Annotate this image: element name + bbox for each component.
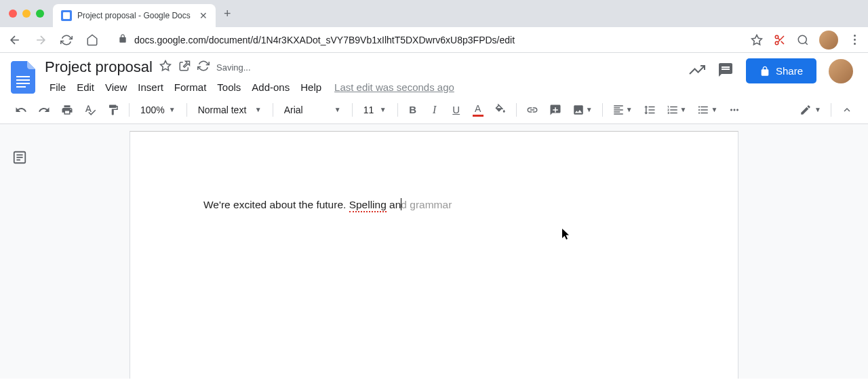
- chevron-down-icon: ▼: [814, 106, 821, 113]
- menu-bar: File Edit View Insert Format Tools Add-o…: [45, 79, 689, 96]
- spellcheck-button[interactable]: [80, 100, 100, 120]
- menu-edit[interactable]: Edit: [72, 79, 99, 96]
- svg-point-2: [798, 35, 806, 43]
- chevron-down-icon: ▼: [169, 106, 176, 113]
- editing-mode-button[interactable]: ▼: [795, 100, 825, 120]
- account-avatar[interactable]: [829, 59, 853, 83]
- svg-rect-6: [16, 86, 26, 88]
- url-field[interactable]: docs.google.com/document/d/1N4r3KXADot_s…: [110, 34, 741, 46]
- menu-insert[interactable]: Insert: [133, 79, 168, 96]
- insert-link-button[interactable]: [522, 100, 542, 120]
- share-button[interactable]: Share: [746, 58, 816, 83]
- menu-tools[interactable]: Tools: [212, 79, 245, 96]
- chevron-down-icon: ▼: [586, 106, 593, 113]
- underline-button[interactable]: U: [447, 100, 466, 119]
- new-tab-button[interactable]: +: [224, 7, 231, 21]
- italic-button[interactable]: I: [425, 100, 444, 120]
- svg-rect-4: [16, 79, 30, 81]
- document-body-text[interactable]: We're excited about the future. Spelling…: [203, 197, 665, 212]
- star-button[interactable]: [159, 60, 172, 75]
- outline-toggle-button[interactable]: [12, 150, 27, 168]
- formatting-toolbar: 100% ▼ Normal text ▼ Arial ▼ 11 ▼ B I U …: [0, 96, 868, 124]
- chevron-down-icon: ▼: [334, 106, 341, 113]
- document-title-input[interactable]: Project proposal: [45, 58, 153, 76]
- add-comment-button[interactable]: [545, 100, 566, 120]
- browser-menu-button[interactable]: [848, 35, 861, 45]
- menu-view[interactable]: View: [100, 79, 132, 96]
- mouse-cursor-icon: [562, 229, 572, 241]
- svg-point-1: [775, 41, 778, 45]
- comments-button[interactable]: [717, 62, 734, 81]
- minimize-window-button[interactable]: [22, 9, 31, 18]
- collapse-toolbar-button[interactable]: [837, 100, 857, 120]
- text-color-button[interactable]: A: [469, 99, 488, 121]
- close-tab-button[interactable]: ✕: [199, 10, 208, 21]
- activity-icon[interactable]: [689, 62, 705, 81]
- last-edit-link[interactable]: Last edit was seconds ago: [334, 81, 454, 93]
- chevron-down-icon: ▼: [380, 106, 387, 113]
- reload-button[interactable]: [58, 34, 75, 46]
- search-extension-icon[interactable]: [796, 33, 810, 47]
- menu-help[interactable]: Help: [296, 79, 326, 96]
- font-size-dropdown[interactable]: 11 ▼: [358, 102, 392, 118]
- document-canvas: We're excited about the future. Spelling…: [0, 124, 868, 379]
- forward-button[interactable]: [33, 33, 49, 47]
- svg-rect-3: [16, 76, 30, 77]
- align-button[interactable]: ▼: [608, 100, 637, 120]
- back-button[interactable]: [7, 33, 23, 47]
- lock-icon: [118, 34, 127, 46]
- maximize-window-button[interactable]: [36, 9, 44, 18]
- url-text: docs.google.com/document/d/1N4r3KXADot_s…: [134, 35, 515, 45]
- paragraph-style-dropdown[interactable]: Normal text ▼: [193, 102, 267, 118]
- bookmark-button[interactable]: [750, 33, 764, 47]
- print-button[interactable]: [57, 100, 77, 120]
- redo-button[interactable]: [34, 100, 54, 120]
- svg-point-0: [775, 35, 778, 39]
- browser-tab[interactable]: Project proposal - Google Docs ✕: [53, 4, 216, 27]
- insert-image-button[interactable]: ▼: [568, 100, 597, 120]
- document-page[interactable]: We're excited about the future. Spelling…: [130, 131, 738, 379]
- scissors-extension-icon[interactable]: [773, 33, 787, 47]
- svg-rect-5: [16, 83, 30, 84]
- font-dropdown[interactable]: Arial ▼: [279, 102, 347, 118]
- chevron-down-icon: ▼: [255, 106, 262, 113]
- bold-button[interactable]: B: [403, 100, 422, 119]
- menu-format[interactable]: Format: [170, 79, 212, 96]
- docs-header: Project proposal Saving... File Edit Vie…: [0, 53, 868, 96]
- menu-addons[interactable]: Add-ons: [247, 79, 294, 96]
- docs-logo-icon[interactable]: [11, 61, 35, 94]
- move-button[interactable]: [178, 60, 191, 75]
- autocomplete-suggestion: d grammar: [401, 199, 452, 210]
- close-window-button[interactable]: [9, 9, 17, 18]
- more-button[interactable]: [724, 100, 745, 120]
- menu-file[interactable]: File: [45, 79, 71, 96]
- chevron-down-icon: ▼: [626, 106, 633, 113]
- line-spacing-button[interactable]: [639, 100, 660, 120]
- window-controls: [0, 9, 53, 18]
- zoom-dropdown[interactable]: 100% ▼: [135, 102, 181, 118]
- browser-tab-bar: Project proposal - Google Docs ✕ +: [0, 0, 868, 27]
- browser-profile-avatar[interactable]: [819, 31, 838, 50]
- share-label: Share: [776, 65, 803, 77]
- browser-address-bar: docs.google.com/document/d/1N4r3KXADot_s…: [0, 27, 868, 53]
- lock-icon: [760, 66, 770, 77]
- chevron-down-icon: ▼: [711, 106, 717, 113]
- spelling-error-word[interactable]: Spelling: [349, 199, 387, 212]
- paint-format-button[interactable]: [103, 100, 123, 120]
- highlight-color-button[interactable]: [490, 100, 511, 120]
- tab-title: Project proposal - Google Docs: [77, 11, 191, 20]
- bulleted-list-button[interactable]: ▼: [693, 100, 722, 120]
- home-button[interactable]: [84, 34, 100, 46]
- numbered-list-button[interactable]: ▼: [663, 100, 691, 120]
- cloud-status-icon[interactable]: [197, 60, 210, 75]
- docs-favicon: [61, 10, 72, 21]
- chevron-down-icon: ▼: [680, 106, 687, 113]
- undo-button[interactable]: [11, 100, 31, 120]
- saving-status: Saving...: [216, 62, 251, 73]
